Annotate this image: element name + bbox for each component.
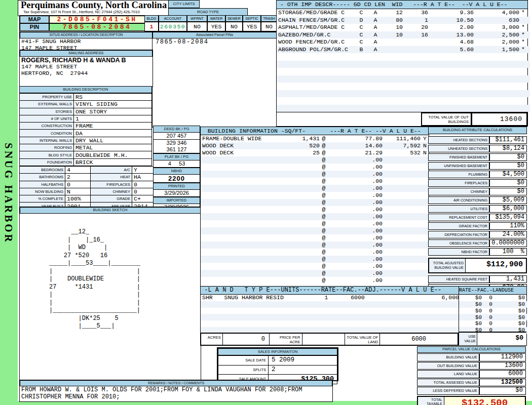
table-row: STORIESONE STORY: [20, 108, 152, 115]
table-row: # OF UNITS1: [20, 115, 152, 122]
table-row: SHRSNUG HARBOR RESID160006,000: [201, 295, 459, 301]
table-cell: 2.00: [428, 24, 474, 31]
table-cell: [201, 164, 273, 171]
table-cell: 111,460: [383, 135, 421, 142]
table-cell: .00: [328, 241, 383, 249]
table-cell: 0.0000000: [489, 239, 527, 247]
table-cell: [368, 61, 383, 68]
table-row: [277, 75, 530, 83]
table-cell: $0: [489, 179, 527, 187]
table-cell: AIR CONDITIONING: [428, 196, 489, 204]
table-row: CHAIN FENCE/SM/GR.CDA80110.50630: [277, 17, 530, 24]
table-row: STORAGE/MED/GRADE CCA12369.364,000*: [277, 9, 530, 17]
table-row: BATHROOMS2HEATHA: [20, 174, 161, 181]
table-cell: 80: [383, 17, 403, 24]
table-cell: 24.00%: [489, 231, 527, 238]
table-cell: [383, 227, 421, 234]
table-cell: FINISHED BASEMENT: [428, 153, 489, 161]
acres-label: ACRES: [201, 334, 222, 345]
table-cell: OUT BUILDING VALUE: [417, 362, 479, 370]
attribute-calculations-rows: HEATED SECTIONS$111,461UNHEATED SECTIONS…: [428, 135, 527, 257]
table-cell: FRAME-DOUBLE WIDE: [201, 135, 273, 142]
table-cell: [201, 185, 273, 192]
pin-row: PIN 7865-08-2084: [20, 23, 145, 31]
table-row: $00$0: [459, 301, 527, 308]
table-cell: .00: [328, 185, 383, 192]
table-cell: 630: [474, 17, 519, 24]
table-row: FINISHED BASEMENT$0: [428, 153, 527, 161]
table-cell: .00: [328, 156, 383, 164]
table-cell: [368, 90, 383, 98]
building-sketch-drawing: __12_ | |_16_ | WD | 27 *520 16 _____|__…: [49, 228, 140, 331]
table-cell: [383, 241, 421, 249]
table-cell: $0: [500, 308, 527, 314]
table-cell: GRADE FACTOR: [428, 222, 489, 230]
table-cell: [273, 277, 320, 284]
table-cell: 532: [383, 149, 421, 156]
account-value: 260350: [159, 22, 187, 31]
table-cell: [383, 90, 403, 98]
table-cell: @: [320, 227, 328, 234]
table-cell: .00: [328, 220, 383, 227]
table-cell: $135,094: [489, 214, 527, 221]
table-cell: C: [354, 9, 368, 17]
table-row: HALFBATHS0FIREPLACES0: [20, 181, 161, 188]
table-cell: [428, 61, 474, 68]
table-cell: @: [320, 241, 328, 249]
table-cell: [354, 90, 368, 98]
table-cell: [403, 83, 428, 90]
printed-header: PRINTED: [153, 183, 200, 190]
table-row: OUT BUILDING VALUE13600: [417, 362, 526, 370]
situs-address-panel: SITUS ADDRESS / LOCATION DESCRIPTON #41-…: [19, 31, 153, 51]
table-row: @.00: [201, 220, 429, 227]
table-cell: [273, 270, 320, 277]
table-cell: [201, 156, 273, 164]
table-cell: UTILITIES: [428, 205, 489, 213]
account-header: ACCOUNT: [159, 15, 187, 22]
table-cell: 6000: [328, 295, 364, 301]
table-cell: .00: [328, 192, 383, 199]
table-cell: $0: [500, 295, 527, 301]
table-cell: [383, 171, 421, 178]
table-row: [277, 83, 530, 90]
table-cell: 3,000: [474, 24, 519, 31]
table-cell: EXTERNAL WALLS: [20, 101, 74, 108]
table-cell: 16: [403, 31, 428, 39]
table-cell: *: [519, 24, 530, 31]
table-cell: [428, 97, 474, 105]
table-cell: 2,000: [474, 38, 519, 46]
table-cell: $5,009: [489, 196, 527, 204]
table-cell: DEPRECIATION FACTOR: [428, 231, 489, 238]
table-cell: [428, 75, 474, 83]
table-cell: OBSELENCE FACTOR: [428, 239, 489, 247]
parcel-pins-header: Associated Parcel PINs: [153, 32, 277, 38]
table-cell: $111,461: [489, 136, 527, 144]
table-cell: % COMPLETE: [20, 195, 65, 202]
nbhd-header: NBHD: [153, 168, 200, 175]
table-row: @.00: [201, 171, 429, 178]
total-land-value-label: TOTAL VALUE OF LAND: [345, 334, 379, 345]
parcel-value-calculations-panel: PARCEL VALUE CALCULATIONS BUILDING VALUE…: [417, 346, 526, 404]
table-cell: [201, 178, 273, 185]
table-cell: ASPHALT/MED/GRADE C: [277, 24, 354, 31]
table-cell: [201, 301, 224, 308]
map-label: MAP: [20, 16, 49, 23]
page-title: Perquimans County, North Carolina: [18, 1, 169, 10]
table-cell: 12: [383, 9, 403, 17]
table-cell: RS: [74, 94, 152, 101]
building-description-table: PROPERTY USERSEXTERNAL WALLSVINYL SIDING…: [19, 93, 152, 173]
table-cell: $0: [500, 301, 527, 308]
table-cell: [273, 178, 320, 185]
table-cell: [365, 295, 401, 301]
table-cell: A: [368, 24, 383, 31]
table-cell: 10: [383, 24, 403, 31]
table-cell: [368, 105, 383, 112]
building-information-table: BUILDING INFORMATION -SQ/FT- ---R A T E-…: [200, 127, 429, 287]
table-row: UNHEATED SECTIONS$8,124: [428, 145, 527, 152]
printed-date: 3/29/2026: [153, 190, 200, 197]
out-buildings-total-row: TOTAL VALUE OF OUT BUILDINGS 13600: [277, 112, 527, 126]
sewer-value: NO: [225, 22, 243, 31]
table-cell: [383, 53, 403, 61]
table-cell: [273, 213, 320, 220]
table-row: @.00: [201, 270, 429, 277]
